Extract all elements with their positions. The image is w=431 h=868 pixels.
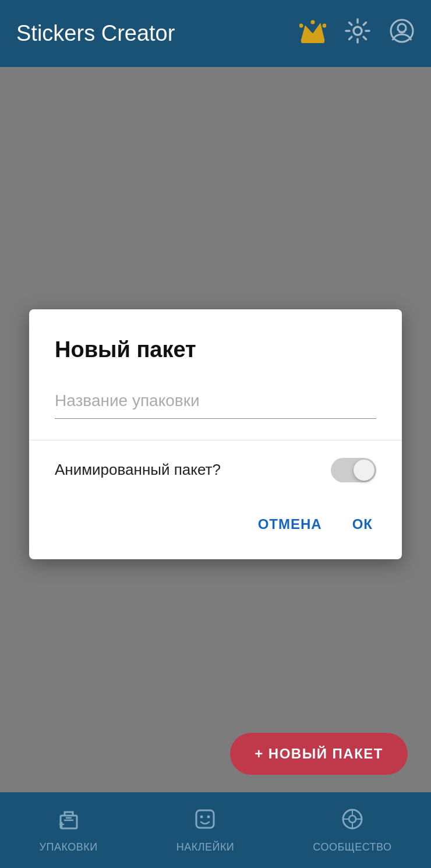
svg-point-13 <box>207 815 210 818</box>
svg-point-15 <box>349 816 356 823</box>
ok-button[interactable]: ОК <box>349 510 376 538</box>
svg-marker-0 <box>301 23 324 41</box>
stickers-label: НАКЛЕЙКИ <box>176 841 235 853</box>
svg-point-7 <box>398 24 406 32</box>
nav-item-community[interactable]: СООБЩЕСТВО <box>313 807 391 853</box>
cancel-button[interactable]: ОТМЕНА <box>255 510 326 538</box>
animated-pack-toggle-row: Анимированный пакет? <box>55 458 376 482</box>
packages-label: УПАКОВКИ <box>40 841 98 853</box>
crown-icon[interactable] <box>299 17 326 50</box>
stickers-icon <box>193 807 217 837</box>
svg-point-9 <box>405 29 407 30</box>
profile-icon[interactable] <box>389 18 415 50</box>
toggle-track <box>331 458 376 482</box>
app-bar-icons <box>299 17 415 50</box>
svg-point-2 <box>299 24 303 28</box>
dialog-title: Новый пакет <box>55 337 376 362</box>
svg-rect-1 <box>301 40 324 43</box>
toggle-thumb <box>354 460 375 481</box>
community-label: СООБЩЕСТВО <box>313 841 391 853</box>
dialog-overlay: Новый пакет Анимированный пакет? ОТМЕНА … <box>0 67 431 801</box>
packages-icon <box>57 807 80 837</box>
pack-name-input[interactable] <box>55 386 376 419</box>
animated-toggle-switch[interactable] <box>331 458 376 482</box>
dialog: Новый пакет Анимированный пакет? ОТМЕНА … <box>29 309 402 559</box>
svg-rect-11 <box>196 810 214 828</box>
settings-icon[interactable] <box>345 18 370 50</box>
community-icon <box>341 807 364 837</box>
dialog-divider <box>29 440 402 440</box>
dialog-buttons: ОТМЕНА ОК <box>55 506 376 538</box>
svg-point-3 <box>311 20 315 24</box>
app-bar: Stickers Creator <box>0 0 431 67</box>
toggle-label: Анимированный пакет? <box>55 461 221 479</box>
bottom-nav: УПАКОВКИ НАКЛЕЙКИ СООБЩЕСТВО <box>0 792 431 868</box>
svg-point-12 <box>200 815 203 818</box>
app-title: Stickers Creator <box>16 21 299 46</box>
svg-point-8 <box>397 29 399 30</box>
svg-point-5 <box>354 27 362 35</box>
nav-item-stickers[interactable]: НАКЛЕЙКИ <box>176 807 235 853</box>
nav-item-packages[interactable]: УПАКОВКИ <box>40 807 98 853</box>
svg-point-4 <box>323 24 327 28</box>
